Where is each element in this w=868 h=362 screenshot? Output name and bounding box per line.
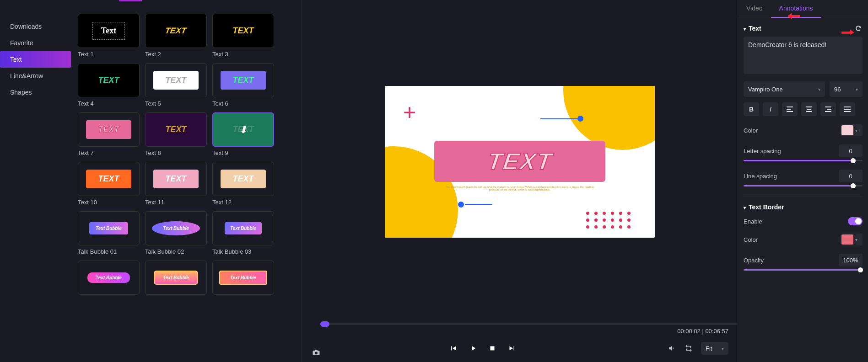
properties-panel: Video Annotations ▾Text Vampiro One ▾ 96…: [738, 0, 868, 362]
border-color-label: Color: [744, 236, 758, 243]
font-family-select[interactable]: Vampiro One ▾: [744, 81, 825, 97]
asset-talk-bubble-6[interactable]: Text Bubble: [212, 261, 274, 295]
chevron-down-icon: ▾: [856, 87, 858, 92]
preview-panel: + TEXT Too much touch reads the picture …: [302, 0, 738, 362]
asset-text-6[interactable]: TEXTText 6: [212, 63, 274, 107]
plus-icon: +: [403, 100, 416, 125]
progress-thumb[interactable]: [320, 321, 329, 327]
thumb-text: Text Bubble: [154, 271, 198, 285]
text-content-input[interactable]: [744, 37, 863, 74]
asset-text-8[interactable]: TEXTText 8: [145, 112, 207, 156]
asset-talk-bubble-3[interactable]: Text BubbleTalk Bubble 03: [212, 211, 274, 255]
bold-button[interactable]: B: [744, 102, 759, 116]
time-total: 00:06:57: [705, 328, 728, 335]
canvas-subtext: Too much touch reads the picture and the…: [444, 186, 595, 191]
asset-text-5[interactable]: TEXTText 5: [145, 63, 207, 107]
letter-spacing-input[interactable]: [839, 144, 863, 157]
thumb-text: TEXT: [153, 71, 198, 90]
border-color-picker[interactable]: ▾: [841, 234, 863, 245]
chevron-down-icon: ▾: [818, 87, 820, 92]
properties-tabs: Video Annotations: [738, 0, 868, 18]
align-center-button[interactable]: [801, 102, 817, 116]
align-right-button[interactable]: [820, 102, 836, 116]
asset-text-10[interactable]: TEXTText 10: [78, 162, 140, 206]
asset-text-11[interactable]: TEXTText 11: [145, 162, 207, 206]
line-spacing-label: Line spacing: [744, 173, 777, 180]
asset-label: Text 1: [78, 51, 140, 58]
tab-annotations[interactable]: Annotations: [771, 0, 821, 18]
asset-talk-bubble-5[interactable]: Text Bubble: [145, 261, 207, 295]
thumb-text: TEXT: [221, 170, 265, 188]
asset-talk-bubble-1[interactable]: Text BubbleTalk Bubble 01: [78, 211, 140, 255]
stop-icon[interactable]: [488, 344, 496, 352]
letter-spacing-slider[interactable]: [744, 160, 863, 161]
zoom-label: Fit: [706, 345, 712, 352]
reset-icon[interactable]: [854, 25, 863, 32]
sidebar-item-text[interactable]: Text: [0, 51, 71, 68]
thumb-text: TEXT: [165, 26, 188, 36]
sidebar-item-shapes[interactable]: Shapes: [0, 84, 71, 101]
chevron-down-icon: ▾: [855, 128, 857, 133]
asset-label: Talk Bubble 01: [78, 248, 140, 255]
sidebar: Downloads Favorite Text Line&Arrow Shape…: [0, 0, 71, 362]
chevron-down-icon: ▾: [722, 346, 724, 351]
asset-grid: TextText 1 TEXTText 2 TEXTText 3 TEXTTex…: [71, 0, 302, 362]
decor-dot: [458, 202, 464, 208]
asset-label: Text 12: [212, 199, 274, 206]
zoom-select[interactable]: Fit ▾: [701, 342, 728, 355]
border-enable-toggle[interactable]: [848, 217, 863, 225]
canvas-text-block[interactable]: TEXT: [434, 141, 605, 182]
play-icon[interactable]: [469, 344, 477, 352]
asset-talk-bubble-4[interactable]: Text Bubble: [78, 261, 140, 295]
section-text-border-header[interactable]: ▾Text Border: [738, 197, 868, 215]
decor-line: [465, 204, 492, 205]
asset-label: Text 2: [145, 51, 207, 58]
line-spacing-input[interactable]: [839, 170, 863, 182]
sidebar-item-line-arrow[interactable]: Line&Arrow: [0, 68, 71, 84]
asset-label: Talk Bubble 03: [212, 248, 274, 255]
prev-frame-icon[interactable]: [450, 344, 458, 352]
asset-text-1[interactable]: TextText 1: [78, 14, 140, 58]
asset-text-7[interactable]: TEXTText 7: [78, 112, 140, 156]
thumb-text: TEXT: [98, 75, 119, 85]
opacity-input[interactable]: [839, 254, 863, 266]
italic-button[interactable]: I: [763, 102, 778, 116]
asset-text-2[interactable]: TEXTText 2: [145, 14, 207, 58]
thumb-text: Text Bubble: [225, 222, 262, 234]
section-text-header[interactable]: ▾Text: [738, 18, 868, 37]
line-spacing-slider[interactable]: [744, 185, 863, 186]
left-panel: Downloads Favorite Text Line&Arrow Shape…: [0, 0, 302, 362]
thumb-text: TEXT: [165, 125, 186, 134]
loop-icon[interactable]: [685, 344, 693, 352]
progress-bar[interactable]: [320, 323, 738, 325]
next-frame-icon[interactable]: [507, 344, 516, 352]
asset-talk-bubble-2[interactable]: Text BubbleTalk Bubble 02: [145, 211, 207, 255]
decor-circle: [563, 86, 655, 150]
color-preview: [841, 234, 853, 245]
font-size-select[interactable]: 96 ▾: [830, 81, 863, 97]
sidebar-item-favorite[interactable]: Favorite: [0, 35, 71, 51]
asset-label: Text 8: [145, 149, 207, 156]
section-title: Text Border: [749, 203, 784, 211]
align-justify-button[interactable]: [840, 102, 855, 116]
camera-icon[interactable]: [312, 348, 320, 357]
tab-video[interactable]: Video: [738, 0, 771, 18]
asset-text-4[interactable]: TEXTText 4: [78, 63, 140, 107]
volume-icon[interactable]: [668, 344, 676, 352]
sidebar-item-downloads[interactable]: Downloads: [0, 18, 71, 35]
opacity-slider[interactable]: [744, 269, 863, 271]
thumb-text: Text Bubble: [152, 221, 200, 235]
canvas-text: TEXT: [485, 148, 554, 175]
color-label: Color: [744, 127, 758, 134]
asset-text-3[interactable]: TEXTText 3: [212, 14, 274, 58]
playbar: Fit ▾: [302, 335, 738, 362]
asset-text-12[interactable]: TEXTText 12: [212, 162, 274, 206]
decor-line: [540, 118, 582, 119]
text-color-picker[interactable]: ▾: [841, 124, 863, 136]
thumb-text: Text Bubble: [89, 222, 128, 234]
asset-text-9[interactable]: TEXT⬇Text 9: [212, 112, 274, 156]
canvas[interactable]: + TEXT Too much touch reads the picture …: [385, 86, 655, 238]
chevron-down-icon: ▾: [855, 237, 857, 242]
align-left-button[interactable]: [782, 102, 798, 116]
asset-label: Text 3: [212, 51, 274, 58]
